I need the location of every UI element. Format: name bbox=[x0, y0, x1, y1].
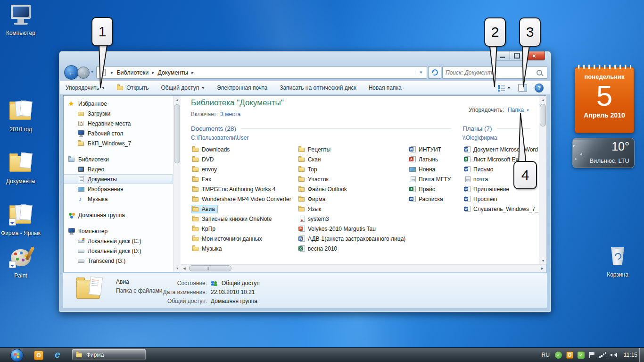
includes-link[interactable]: 3 места bbox=[220, 111, 240, 118]
file-item[interactable]: КрПр bbox=[191, 224, 296, 234]
sidebar-item[interactable]: Загрузки bbox=[64, 109, 173, 118]
group-header-documents[interactable]: Documents (28) bbox=[191, 125, 451, 132]
file-item[interactable]: Нонна bbox=[408, 164, 461, 174]
file-item[interactable]: Латынь bbox=[408, 154, 461, 164]
file-item[interactable]: Top bbox=[297, 164, 405, 174]
sidebar-item[interactable]: Изображения bbox=[64, 184, 173, 194]
desktop-icon[interactable]: Paint bbox=[0, 246, 41, 279]
sidebar-item[interactable]: Документы bbox=[64, 174, 173, 184]
scroll-left-icon[interactable]: ◀ bbox=[181, 265, 188, 272]
arrange-dropdown-icon[interactable]: ▼ bbox=[526, 109, 529, 112]
sidebar-item[interactable]: Библиотеки bbox=[64, 154, 173, 164]
action-center-icon[interactable] bbox=[589, 352, 595, 359]
internet-explorer-icon[interactable]: e bbox=[55, 349, 66, 361]
file-item[interactable]: Письмо bbox=[462, 164, 537, 174]
start-button[interactable] bbox=[10, 349, 24, 362]
file-item[interactable]: Авиа bbox=[191, 204, 296, 214]
toolbar-button[interactable]: Электронная почта ▼ bbox=[217, 84, 267, 91]
messenger-tray-icon[interactable]: ✓ bbox=[555, 352, 562, 359]
file-item[interactable]: Wondershare MP4 Video Converter bbox=[191, 194, 296, 204]
file-item[interactable]: Документ Microsoft Word bbox=[462, 144, 537, 154]
calendar-gadget[interactable]: понедельник 5 Апрель 2010 bbox=[575, 67, 634, 133]
sidebar-item[interactable]: Домашняя группа bbox=[64, 210, 173, 220]
file-item[interactable]: Прайс bbox=[408, 184, 461, 194]
file-item[interactable]: Фирма bbox=[297, 194, 405, 204]
sidebar-item[interactable]: Локальный диск (C:) bbox=[64, 236, 173, 246]
file-item[interactable]: Файлы Outlook bbox=[297, 184, 405, 194]
file-item[interactable]: весна 2010 bbox=[297, 244, 405, 253]
file-item[interactable]: почта bbox=[462, 174, 537, 184]
preview-pane-icon[interactable] bbox=[518, 84, 527, 92]
file-item[interactable]: Слушатель_Windows_7_1 bbox=[462, 204, 537, 214]
search-box[interactable] bbox=[442, 66, 547, 79]
task-button-firma[interactable]: Фирма bbox=[72, 349, 146, 361]
desktop-icon[interactable]: 2010 год bbox=[0, 100, 41, 133]
scrollbar-thumb[interactable] bbox=[540, 104, 546, 126]
minimize-button[interactable] bbox=[495, 51, 510, 60]
desktop-icon[interactable]: Компьютер bbox=[0, 4, 41, 36]
show-desktop-button[interactable] bbox=[639, 348, 644, 362]
scrollbar-thumb[interactable] bbox=[189, 265, 231, 271]
scroll-up-icon[interactable]: ▲ bbox=[539, 96, 547, 103]
navigation-scrollbar[interactable]: ▲ ▼ bbox=[173, 96, 181, 272]
breadcrumb-item[interactable]: ▶ Библиотеки bbox=[107, 67, 149, 78]
file-item[interactable]: Почта МГТУ bbox=[408, 174, 461, 184]
change-view-dropdown-icon[interactable]: ▼ bbox=[507, 86, 511, 90]
maximize-button[interactable] bbox=[510, 51, 524, 60]
arrange-by-value[interactable]: Папка bbox=[508, 107, 524, 113]
sidebar-item[interactable]: Компьютер bbox=[64, 226, 173, 236]
language-indicator[interactable]: RU bbox=[542, 352, 551, 358]
file-item[interactable]: Музыка bbox=[191, 244, 296, 253]
network-icon[interactable] bbox=[599, 352, 606, 358]
help-icon[interactable]: ? bbox=[535, 84, 544, 93]
sidebar-item[interactable]: Рабочий стол bbox=[64, 128, 173, 138]
file-item[interactable]: АДВ-1(анкета застрахованного лица) bbox=[297, 234, 405, 244]
outlook-tray-icon[interactable]: O bbox=[566, 352, 573, 359]
outlook-taskbar-icon[interactable]: O bbox=[34, 351, 43, 360]
file-item[interactable]: Fax bbox=[191, 174, 296, 184]
security-tray-icon[interactable]: ✓ bbox=[578, 352, 585, 359]
scroll-right-icon[interactable]: ▶ bbox=[538, 265, 546, 272]
sidebar-item[interactable]: Видео bbox=[64, 164, 173, 174]
sidebar-item[interactable]: Музыка bbox=[64, 194, 173, 204]
breadcrumb-item[interactable]: ▶ Документы bbox=[149, 67, 188, 78]
volume-icon[interactable] bbox=[611, 352, 618, 358]
toolbar-button[interactable]: Упорядочить ▼ bbox=[66, 84, 105, 91]
file-item[interactable]: system3 bbox=[297, 214, 405, 224]
desktop-icon[interactable]: Фирма - Ярлык bbox=[0, 204, 41, 236]
file-item[interactable]: Рецепты bbox=[297, 144, 405, 154]
file-item[interactable]: Velykos-2010 Margutis Tau bbox=[297, 224, 405, 234]
desktop-icon[interactable]: Документы bbox=[0, 152, 41, 185]
toolbar-button[interactable]: Открыть ▼ bbox=[117, 84, 149, 91]
file-item[interactable]: Язык bbox=[297, 204, 405, 214]
sidebar-item[interactable]: Избранное bbox=[64, 99, 173, 109]
search-input[interactable] bbox=[443, 69, 537, 76]
file-item[interactable]: ИНТУИТ bbox=[408, 144, 461, 154]
refresh-button[interactable] bbox=[428, 66, 441, 79]
sidebar-item[interactable]: Недавние места bbox=[64, 118, 173, 128]
scroll-down-icon[interactable]: ▼ bbox=[173, 264, 181, 272]
weather-gadget[interactable]: 10° Вильнюс, LTU bbox=[572, 138, 635, 168]
file-item[interactable]: Участок bbox=[297, 174, 405, 184]
scroll-up-icon[interactable]: ▲ bbox=[173, 96, 181, 103]
sidebar-item[interactable]: Transcend (G:) bbox=[64, 256, 173, 266]
content-scrollbar[interactable]: ▲ ▼ bbox=[539, 96, 546, 264]
file-item[interactable]: Приглашение bbox=[462, 184, 537, 194]
scroll-down-icon[interactable]: ▼ bbox=[539, 257, 547, 264]
clock[interactable]: 11:15 bbox=[624, 352, 637, 358]
recent-pages-dropdown-icon[interactable]: ▼ bbox=[91, 70, 94, 74]
file-item[interactable]: Мои источники данных bbox=[191, 234, 296, 244]
search-icon[interactable] bbox=[537, 70, 542, 76]
file-item[interactable]: Лист Microsoft Excel bbox=[462, 154, 537, 164]
file-item[interactable]: Скан bbox=[297, 154, 405, 164]
desktop-icon[interactable]: Корзина bbox=[597, 245, 638, 278]
change-view-icon[interactable] bbox=[497, 84, 505, 91]
close-button[interactable]: × bbox=[524, 51, 545, 60]
toolbar-button[interactable]: Общий доступ ▼ bbox=[161, 84, 205, 91]
sidebar-item[interactable]: Локальный диск (D:) bbox=[64, 246, 173, 256]
back-button[interactable]: ← bbox=[64, 65, 79, 80]
group-header-plans[interactable]: Планы (7) bbox=[462, 125, 530, 132]
file-item[interactable]: envoy bbox=[191, 164, 296, 174]
scrollbar-thumb[interactable] bbox=[174, 104, 180, 163]
horizontal-scrollbar[interactable]: ◀ ▶ bbox=[181, 264, 546, 272]
